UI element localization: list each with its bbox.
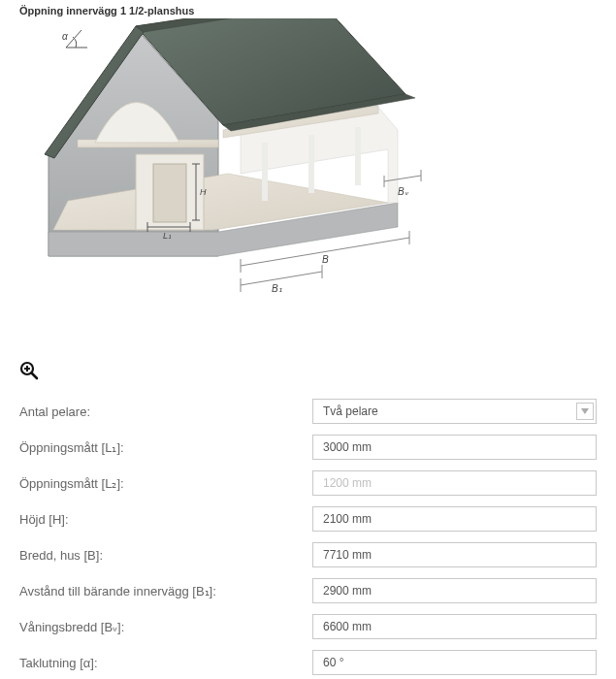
zoom-in-icon[interactable]	[19, 361, 39, 385]
dim-l1: L₁	[163, 231, 172, 241]
text-input[interactable]	[312, 506, 597, 532]
field-label: Bredd, hus [B]:	[19, 548, 312, 563]
text-input[interactable]	[312, 542, 597, 567]
diagram-container: α L₁ H B B₁	[19, 18, 597, 353]
text-input[interactable]	[312, 650, 597, 675]
form-row: Höjd [H]:	[19, 506, 597, 532]
angle-label: α	[62, 31, 68, 42]
form-row: Avstånd till bärande innervägg [B₁]:	[19, 578, 597, 603]
dim-b1: B₁	[272, 283, 282, 294]
select-input[interactable]: Två pelare	[312, 399, 597, 424]
form-row: Våningsbredd [Bᵥ]:	[19, 614, 597, 639]
svg-rect-9	[308, 135, 314, 193]
svg-rect-10	[355, 127, 361, 185]
form-row: Bredd, hus [B]:	[19, 542, 597, 567]
form-row: Öppningsmått [L₂]:	[19, 470, 597, 496]
text-input	[312, 470, 597, 496]
parameters-form: Antal pelare:Två pelareÖppningsmått [L₁]…	[19, 399, 597, 679]
text-input[interactable]	[312, 435, 597, 460]
diagram-caption: Öppning innervägg 1 1/2-planshus	[19, 5, 597, 16]
field-label: Våningsbredd [Bᵥ]:	[19, 620, 312, 634]
form-row: Öppningsmått [L₁]:	[19, 435, 597, 460]
form-row: Antal pelare:Två pelare	[19, 399, 597, 424]
form-row: Taklutning [α]:	[19, 650, 597, 675]
svg-rect-7	[153, 164, 186, 222]
field-label: Öppningsmått [L₁]:	[19, 440, 312, 455]
svg-rect-8	[262, 143, 268, 201]
field-label: Höjd [H]:	[19, 512, 312, 527]
field-label: Avstånd till bärande innervägg [B₁]:	[19, 584, 312, 598]
dim-b: B	[322, 254, 329, 265]
text-input[interactable]	[312, 614, 597, 639]
field-label: Taklutning [α]:	[19, 656, 312, 670]
dim-bv: Bᵥ	[398, 186, 409, 197]
dim-h: H	[200, 187, 207, 197]
field-label: Antal pelare:	[19, 404, 312, 419]
house-diagram: α L₁ H B B₁	[19, 18, 466, 353]
field-label: Öppningsmått [L₂]:	[19, 476, 312, 491]
svg-line-33	[32, 373, 38, 379]
text-input[interactable]	[312, 578, 597, 603]
